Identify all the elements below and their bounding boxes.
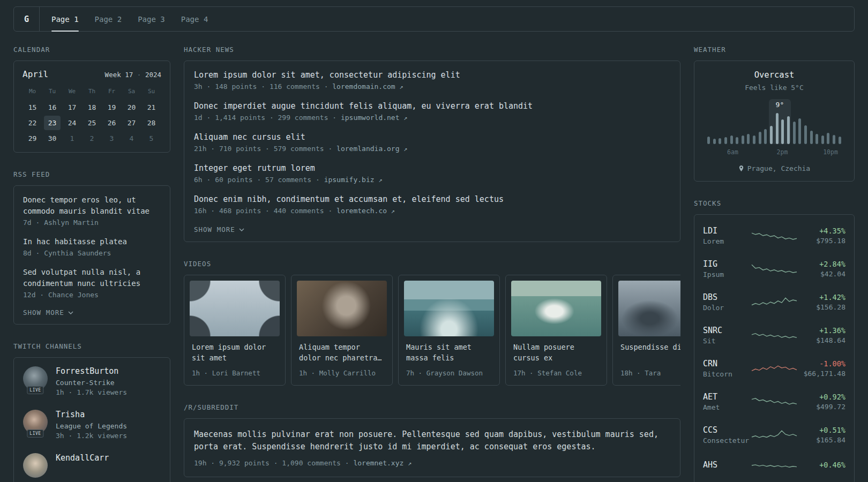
hn-show-more-button[interactable]: SHOW MORE: [194, 225, 670, 234]
weather-bar: [759, 132, 761, 144]
calendar-header: April Week 17 · 2024: [23, 69, 161, 79]
stock-name: Sit: [703, 337, 751, 345]
weather-highlight-temp: 9°: [769, 101, 791, 109]
video-meta: 1h · Lori Barnett: [192, 369, 278, 377]
tab-page-4[interactable]: Page 4: [181, 7, 208, 31]
stock-symbol[interactable]: DBS: [703, 292, 751, 302]
rss-item: Donec tempor eros leo, ut commodo mauris…: [23, 194, 161, 227]
rss-item-title[interactable]: In hac habitasse platea: [23, 236, 161, 247]
calendar-day-next-month: 1: [64, 131, 80, 146]
stock-symbol[interactable]: AHS: [703, 460, 751, 470]
hn-item-title[interactable]: Donec imperdiet augue tincidunt felis al…: [194, 101, 670, 111]
rss-item-title[interactable]: Sed volutpat nulla nisl, a condimentum n…: [23, 267, 161, 289]
video-thumbnail[interactable]: [297, 281, 387, 336]
video-title[interactable]: Suspendisse diam: [620, 342, 680, 364]
stock-price: $795.18: [798, 237, 845, 245]
video-title[interactable]: Nullam posuere cursus ex: [513, 342, 599, 364]
hn-domain-link[interactable]: ipsumworld.net: [341, 114, 400, 122]
channel-name[interactable]: Trisha: [56, 410, 127, 419]
weather-bar: [730, 135, 733, 144]
hn-meta-text: 3h · 148 points · 116 comments ·: [194, 82, 328, 91]
stock-change: +1.42%: [798, 293, 845, 302]
video-thumbnail[interactable]: [190, 281, 280, 336]
twitch-card: LIVE ForrestBurton Counter-Strike 1h · 1…: [13, 357, 170, 482]
rss-show-more-button[interactable]: SHOW MORE: [23, 308, 161, 317]
subreddit-domain-link[interactable]: loremnet.xyz: [353, 459, 403, 467]
tab-page-3[interactable]: Page 3: [138, 7, 165, 31]
dashboard-page: G Page 1 Page 2 Page 3 Page 4 CALENDAR A…: [0, 0, 868, 482]
rss-widget: RSS FEED Donec tempor eros leo, ut commo…: [13, 170, 170, 325]
page-tabs: Page 1 Page 2 Page 3 Page 4: [40, 7, 208, 31]
weather-bar: [833, 135, 835, 144]
twitch-channel-info: ForrestBurton Counter-Strike 1h · 1.7k v…: [56, 366, 127, 396]
calendar-card: April Week 17 · 2024 Mo Tu We Th Fr Sa S…: [13, 61, 170, 153]
video-thumbnail[interactable]: [618, 281, 680, 336]
weekday-label: Mo: [23, 86, 42, 100]
hn-item-title[interactable]: Donec enim nibh, condimentum et accumsan…: [194, 194, 670, 204]
hn-domain-link[interactable]: loremtech.co: [336, 207, 387, 215]
tab-page-1[interactable]: Page 1: [51, 7, 79, 31]
stock-row: LDI Lorem +4.35% $795.18: [703, 219, 845, 252]
video-title[interactable]: Lorem ipsum dolor sit amet consectetu…: [192, 342, 278, 364]
hn-item-meta: 21h · 710 points · 579 comments · loreml…: [194, 145, 670, 153]
weather-bar: [804, 125, 807, 144]
weather-feels-like: Feels like 5°C: [702, 84, 847, 92]
stock-spark-wrap: [751, 295, 798, 309]
stock-sparkline: [751, 395, 798, 409]
hn-domain-link[interactable]: loremlandia.org: [336, 145, 399, 153]
stock-spark-wrap: [751, 458, 798, 472]
hn-item-title[interactable]: Aliquam nec cursus elit: [194, 132, 670, 142]
stock-values: +4.35% $795.18: [798, 227, 845, 245]
twitch-avatar-wrap: LIVE: [23, 366, 48, 391]
weather-bar: [736, 137, 738, 144]
dot-separator: ·: [137, 71, 141, 79]
video-thumbnail[interactable]: [404, 281, 494, 336]
channel-meta: 1h · 1.7k viewers: [56, 388, 127, 396]
stock-price: $148.64: [798, 336, 845, 344]
tab-page-2[interactable]: Page 2: [95, 7, 122, 31]
channel-meta: 3h · 1.2k viewers: [56, 432, 127, 440]
subreddit-widget: /R/SUBREDDIT Maecenas mollis pulvinar er…: [184, 403, 680, 477]
stock-symbol[interactable]: LDI: [703, 226, 751, 236]
twitch-channel-row: KendallCarr: [23, 453, 161, 478]
subreddit-post-text[interactable]: Maecenas mollis pulvinar erat non posuer…: [194, 428, 670, 454]
stock-symbol[interactable]: AET: [703, 392, 751, 402]
weekday-label: Th: [82, 86, 102, 100]
app-logo[interactable]: G: [14, 7, 39, 31]
video-card: Nullam posuere cursus ex 17h · Stefan Co…: [505, 275, 607, 386]
location-pin-icon: [738, 165, 744, 172]
hn-item-title[interactable]: Lorem ipsum dolor sit amet, consectetur …: [194, 70, 670, 80]
twitch-channel-info: KendallCarr: [56, 453, 109, 478]
chevron-down-icon: [68, 311, 73, 314]
stock-id: CRN Bitcorn: [703, 359, 751, 378]
twitch-channel-row: LIVE Trisha League of Legends 3h · 1.2k …: [23, 410, 161, 440]
videos-row: Lorem ipsum dolor sit amet consectetu… 1…: [184, 275, 680, 386]
stock-id: AHS: [703, 460, 751, 471]
channel-name[interactable]: KendallCarr: [56, 453, 109, 463]
video-thumbnail[interactable]: [511, 281, 601, 336]
channel-avatar[interactable]: [23, 453, 48, 478]
video-title[interactable]: Aliquam tempor dolor nec pharetra…: [299, 342, 385, 364]
calendar-day: 30: [44, 131, 61, 146]
rss-item-title[interactable]: Donec tempor eros leo, ut commodo mauris…: [23, 194, 161, 217]
stock-symbol[interactable]: CRN: [703, 359, 751, 368]
hn-item: Integer eget rutrum lorem 6h · 60 points…: [194, 163, 670, 184]
calendar-day-next-month: 2: [84, 131, 100, 146]
stock-symbol[interactable]: SNRC: [703, 326, 751, 335]
video-title[interactable]: Mauris sit amet massa felis: [406, 342, 492, 364]
stock-row: CCS Consectetur +0.51% $165.84: [703, 418, 845, 451]
stock-symbol[interactable]: IIG: [703, 259, 751, 269]
stock-sparkline: [751, 428, 798, 442]
weather-bar: [821, 135, 824, 144]
stock-sparkline: [751, 362, 798, 375]
stock-name: Consectetur: [703, 436, 751, 445]
hn-domain-link[interactable]: ipsumify.biz: [324, 176, 375, 184]
weather-bar: [724, 137, 727, 144]
weather-bar: [781, 119, 784, 144]
channel-name[interactable]: ForrestBurton: [56, 366, 127, 376]
weather-location: Prague, Czechia: [702, 164, 847, 172]
hn-domain-link[interactable]: loremdomain.com: [332, 82, 395, 91]
stock-symbol[interactable]: CCS: [703, 425, 751, 435]
hn-item-title[interactable]: Integer eget rutrum lorem: [194, 163, 670, 173]
calendar-day: 17: [64, 100, 80, 115]
